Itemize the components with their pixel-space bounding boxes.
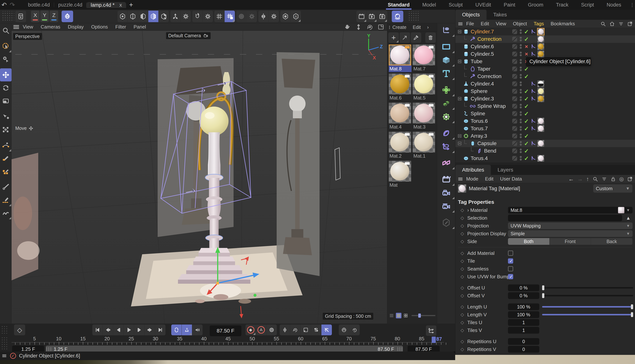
render-pv-button[interactable]: [367, 10, 377, 22]
viewport-hamburger-icon[interactable]: [14, 25, 19, 29]
symmetry-button[interactable]: [258, 10, 269, 22]
slider-handle[interactable]: [631, 312, 633, 317]
layer-toggle-icon[interactable]: [512, 141, 517, 146]
tree-row-capsule[interactable]: Capsule✓: [455, 140, 635, 147]
layer-toggle-icon[interactable]: [512, 148, 517, 153]
layer-toggle-icon[interactable]: [512, 74, 517, 79]
spline-smooth-tool[interactable]: [0, 206, 12, 220]
autokey-range-button[interactable]: A: [182, 324, 192, 335]
phong-tag-icon[interactable]: [531, 141, 536, 146]
material-item[interactable]: Mat.5: [413, 74, 436, 101]
tree-row-correction[interactable]: Correction✓: [455, 73, 635, 80]
material-item[interactable]: Mat: [389, 161, 411, 188]
layer-toggle-icon[interactable]: [512, 44, 517, 49]
segment-both[interactable]: Both: [508, 238, 550, 245]
visibility-dots-icon[interactable]: [520, 133, 522, 139]
workspace-menu-icon[interactable]: ⋮: [629, 0, 635, 10]
visibility-dots-icon[interactable]: [520, 148, 522, 154]
phong-tag-icon[interactable]: [531, 44, 536, 49]
layer-toggle-icon[interactable]: [512, 82, 517, 86]
disabled-cross-icon[interactable]: ×: [524, 51, 529, 57]
viewport-menu-view[interactable]: View: [23, 24, 33, 30]
expand-toggle-icon[interactable]: [458, 134, 461, 138]
object-manager-tab-takes[interactable]: Takes: [487, 10, 514, 20]
tree-row-cylinder-7[interactable]: Cylinder.7✓: [455, 28, 635, 36]
attribute-manager-tab-attributes[interactable]: Attributes: [455, 165, 491, 175]
tree-row-spline[interactable]: Spline✓: [455, 110, 635, 117]
tree-row-cylinder-6[interactable]: Cylinder.6×: [455, 43, 635, 50]
keyframe-dot-icon[interactable]: ◇: [460, 250, 465, 256]
tweak-tool[interactable]: [0, 53, 12, 66]
load-material-button[interactable]: [399, 32, 410, 43]
checkbox[interactable]: [508, 266, 513, 272]
text-object-button[interactable]: [438, 67, 455, 80]
primitive-cube-button[interactable]: [438, 54, 455, 67]
material-link-field[interactable]: Mat.8▼: [508, 207, 632, 214]
close-tab-icon[interactable]: x: [119, 2, 122, 8]
material-tag-icon[interactable]: [537, 118, 544, 124]
attribute-menu-edit[interactable]: Edit: [485, 176, 493, 182]
expand-toggle-icon[interactable]: [458, 97, 461, 100]
magnet-button[interactable]: [192, 10, 202, 22]
phong-tag-icon[interactable]: [531, 88, 536, 94]
locked-tool-button[interactable]: [438, 216, 455, 229]
key-position-toggle[interactable]: [280, 324, 290, 335]
pan-view-icon[interactable]: [344, 24, 350, 30]
spline-primitives-button[interactable]: [438, 24, 455, 37]
layer-toggle-icon[interactable]: [512, 52, 517, 56]
visibility-dots-icon[interactable]: [520, 96, 522, 102]
fcurve-button[interactable]: [426, 326, 436, 336]
attribute-menu-mode[interactable]: Mode: [466, 176, 478, 182]
visibility-dots-icon[interactable]: [520, 126, 522, 132]
enabled-check-icon[interactable]: ✓: [524, 28, 529, 35]
object-menu-edit[interactable]: Edit: [481, 21, 489, 27]
keyframe-dot-icon[interactable]: ◇: [460, 312, 465, 317]
material-tag-icon[interactable]: [537, 88, 544, 95]
timeline-ruler[interactable]: 87 510152025303540455055606570758085: [0, 336, 455, 346]
material-thumbnail[interactable]: [389, 161, 411, 182]
enabled-check-icon[interactable]: ✓: [524, 96, 529, 102]
material-tag-icon[interactable]: [537, 51, 544, 58]
mode-poly-button[interactable]: [138, 10, 148, 22]
project-scale-icon[interactable]: [15, 10, 26, 22]
play-button[interactable]: [124, 324, 134, 335]
object-menu-object[interactable]: Object: [513, 21, 527, 27]
material-thumbnail[interactable]: [413, 44, 435, 66]
visibility-dots-icon[interactable]: [520, 66, 522, 72]
mode-solid-button[interactable]: [148, 10, 159, 22]
rotate-key-button[interactable]: [349, 324, 360, 335]
circle-dot-button[interactable]: [280, 10, 291, 22]
material-item[interactable]: Mat.2: [389, 132, 411, 159]
workspace-tab-script[interactable]: Script: [575, 0, 600, 10]
redo-button[interactable]: ↷: [8, 0, 17, 10]
enabled-check-icon[interactable]: ✓: [524, 66, 529, 72]
layer-toggle-icon[interactable]: [512, 119, 517, 124]
view-label[interactable]: Perspective: [13, 33, 42, 40]
material-item[interactable]: Mat.4: [389, 103, 411, 130]
coordinate-system-button[interactable]: [62, 10, 73, 22]
workspace-tab-uvedit[interactable]: UVEdit: [469, 0, 497, 10]
layer-toggle-icon[interactable]: [512, 156, 517, 161]
maximize-view-icon[interactable]: [378, 24, 384, 30]
grid-lock-button[interactable]: [225, 10, 235, 22]
material-tag-icon[interactable]: [537, 140, 544, 147]
material-thumbnail[interactable]: [389, 74, 411, 94]
visibility-dots-icon[interactable]: [520, 44, 522, 50]
layer-toggle-icon[interactable]: [512, 37, 517, 42]
status-hamburger-icon[interactable]: [3, 354, 6, 357]
workspace-tab-model[interactable]: Model: [416, 0, 443, 10]
line-cut-tool[interactable]: [0, 194, 12, 206]
axis-lock-x[interactable]: X: [31, 10, 40, 22]
keying-settings-button[interactable]: [266, 324, 277, 335]
autokeying-button[interactable]: A: [256, 324, 266, 335]
key-scale-toggle[interactable]: [301, 324, 311, 335]
visibility-dots-icon[interactable]: [520, 103, 522, 109]
selection-field[interactable]: [508, 214, 622, 221]
gear-button[interactable]: [247, 10, 257, 22]
mode-model-button[interactable]: [159, 10, 169, 22]
rings-button[interactable]: [236, 10, 247, 22]
phong-tag-icon[interactable]: [531, 29, 536, 34]
dropdown-field[interactable]: UVW Mapping▼: [508, 222, 632, 229]
checkbox[interactable]: [508, 258, 513, 264]
phong-tag-icon[interactable]: [531, 156, 536, 161]
